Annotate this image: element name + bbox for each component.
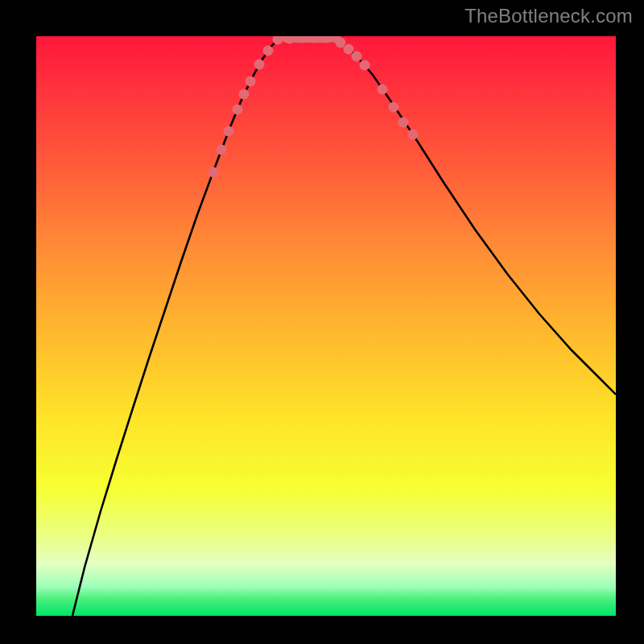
data-marker [239,89,250,100]
data-marker [246,76,256,87]
data-marker [352,52,362,62]
data-marker [408,130,419,140]
chart-svg [36,36,616,616]
data-marker [254,60,265,70]
watermark-text: TheBottleneck.com [464,5,633,27]
data-marker [378,85,388,95]
data-marker [233,105,243,115]
right-curve [334,38,616,394]
data-marker [360,60,370,71]
data-markers [208,36,419,178]
data-marker [217,145,227,155]
data-marker [224,126,234,137]
data-marker [285,36,295,44]
chart-plot-area [36,36,616,616]
data-marker [398,118,409,128]
data-marker [344,44,354,55]
data-marker [208,167,219,178]
data-marker [389,102,399,113]
left-curve [72,38,282,616]
data-marker [263,46,274,56]
